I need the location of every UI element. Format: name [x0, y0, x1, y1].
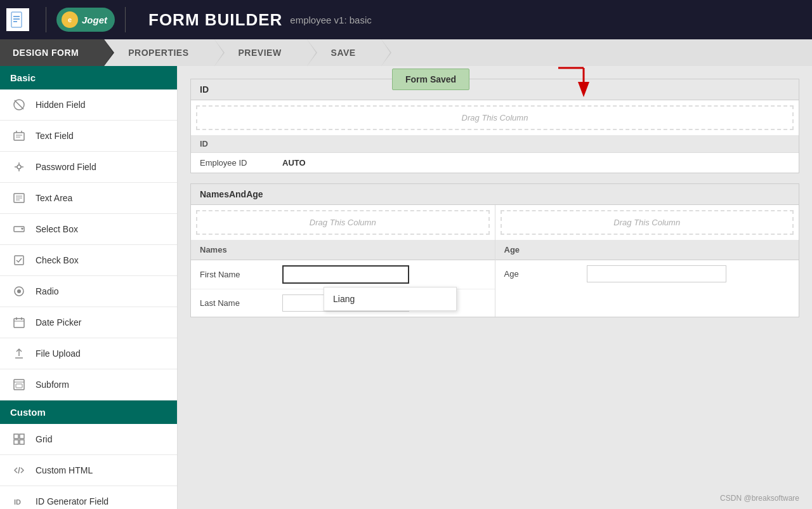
subform-icon [10, 376, 28, 393]
hidden-field-icon [10, 96, 28, 114]
grid-icon [10, 430, 28, 448]
sidebar-item-password-field[interactable]: Password Field [0, 152, 177, 183]
sidebar-basic-header: Basic [0, 66, 177, 89]
page-title: FORM BUILDER [148, 10, 282, 30]
form-row-age: Age [495, 260, 799, 288]
svg-line-8 [15, 100, 23, 109]
sidebar-item-select-box[interactable]: Select Box [0, 214, 177, 245]
title-form: FORM [148, 10, 200, 29]
watermark: CSDN @breaksoftware [720, 494, 799, 503]
svg-rect-38 [14, 440, 18, 444]
select-box-label: Select Box [36, 224, 78, 234]
svg-rect-35 [16, 384, 22, 388]
age-input[interactable] [587, 265, 726, 282]
hidden-field-label: Hidden Field [36, 100, 86, 110]
svg-line-40 [18, 467, 20, 473]
id-generator-label: ID Generator Field [36, 496, 108, 506]
sidebar-custom-header: Custom [0, 400, 177, 424]
form-row-employee-id: Employee ID AUTO [191, 153, 799, 173]
form-section-id: ID Drag This Column ID Employee ID AUTO [190, 79, 799, 173]
file-upload-label: File Upload [36, 348, 81, 359]
age-subheader: Age [495, 240, 799, 260]
sidebar-item-text-field[interactable]: Text Field [0, 121, 177, 152]
check-box-label: Check Box [36, 255, 79, 265]
last-name-label: Last Name [200, 298, 282, 308]
two-col-section: Drag This Column Names First Name Last N… [191, 205, 799, 317]
svg-rect-36 [14, 434, 18, 439]
form-saved-tooltip: Form Saved [392, 69, 469, 90]
date-picker-icon [10, 314, 28, 331]
top-bar: e Joget FORM BUILDER employee v1: basic [0, 0, 812, 39]
svg-rect-28 [14, 319, 24, 327]
text-field-icon [10, 127, 28, 145]
radio-label: Radio [36, 286, 59, 296]
id-generator-icon: ID [10, 492, 28, 509]
svg-rect-39 [20, 440, 24, 444]
svg-rect-0 [11, 12, 22, 27]
nav-step-properties[interactable]: PROPERTIES [109, 39, 214, 66]
content-area: ID Drag This Column ID Employee ID AUTO … [178, 66, 812, 509]
first-name-input[interactable] [282, 265, 409, 284]
nav-steps: DESIGN FORM PROPERTIES PREVIEW SAVE Form… [0, 39, 812, 66]
nav-step-preview[interactable]: PREVIEW [219, 39, 307, 66]
file-upload-icon [10, 345, 28, 362]
svg-rect-33 [14, 380, 24, 390]
section-id-body: Drag This Column ID Employee ID AUTO [191, 105, 799, 173]
autocomplete-dropdown: Liang [324, 287, 457, 311]
svg-point-14 [17, 165, 21, 169]
svg-marker-24 [21, 228, 23, 230]
sidebar-item-text-area[interactable]: Text Area [0, 183, 177, 214]
topbar-separator2 [125, 7, 126, 32]
grid-label: Grid [36, 434, 52, 444]
sidebar-item-date-picker[interactable]: Date Picker [0, 307, 177, 338]
drag-column-age: Drag This Column [501, 210, 794, 235]
form-section-namesandage: NamesAndAge Drag This Column Names First… [190, 183, 799, 317]
text-area-label: Text Area [36, 193, 72, 203]
subform-label: Subform [36, 380, 69, 390]
date-picker-label: Date Picker [36, 317, 81, 327]
nav-step-save[interactable]: SAVE [312, 39, 381, 66]
page-subtitle: employee v1: basic [290, 15, 371, 25]
autocomplete-item-liang[interactable]: Liang [324, 288, 456, 310]
nav-step-design[interactable]: DESIGN FORM [0, 39, 104, 66]
sidebar: Basic Hidden Field Text Field Password F… [0, 66, 178, 509]
employee-id-value: AUTO [282, 158, 306, 168]
section-names-header: NamesAndAge [191, 184, 799, 205]
sidebar-item-subform[interactable]: Subform [0, 369, 177, 400]
text-area-icon [10, 189, 28, 207]
section-id-subheader: ID [191, 135, 799, 153]
svg-point-27 [17, 289, 21, 293]
joget-wordmark: Joget [82, 15, 107, 25]
employee-id-label: Employee ID [200, 158, 282, 168]
sidebar-item-grid[interactable]: Grid [0, 424, 177, 455]
svg-text:ID: ID [14, 498, 21, 506]
title-builder-text: BUILDER [205, 10, 283, 29]
form-row-first-name: First Name [191, 260, 495, 289]
topbar-separator [46, 7, 46, 32]
sidebar-item-file-upload[interactable]: File Upload [0, 338, 177, 369]
radio-icon [10, 282, 28, 300]
section-id-header: ID [191, 79, 799, 100]
drag-column-names: Drag This Column [196, 210, 490, 235]
joget-logo: e Joget [56, 8, 115, 32]
drag-column-id: Drag This Column [196, 105, 794, 130]
custom-html-label: Custom HTML [36, 465, 93, 475]
sidebar-item-radio[interactable]: Radio [0, 276, 177, 307]
first-name-label: First Name [200, 270, 282, 279]
sidebar-item-id-generator[interactable]: ID ID Generator Field [0, 486, 177, 509]
col-age: Drag This Column Age Age [495, 205, 799, 317]
text-field-label: Text Field [36, 131, 74, 141]
custom-html-icon [10, 461, 28, 479]
svg-rect-37 [20, 434, 24, 439]
select-box-icon [10, 220, 28, 238]
names-subheader: Names [191, 240, 495, 260]
check-box-icon [10, 251, 28, 269]
password-field-label: Password Field [36, 162, 96, 172]
age-label: Age [504, 269, 587, 279]
main-layout: Basic Hidden Field Text Field Password F… [0, 66, 812, 509]
sidebar-item-hidden-field[interactable]: Hidden Field [0, 89, 177, 121]
doc-icon [6, 8, 29, 31]
sidebar-item-check-box[interactable]: Check Box [0, 245, 177, 276]
svg-rect-9 [14, 133, 24, 140]
sidebar-item-custom-html[interactable]: Custom HTML [0, 455, 177, 486]
